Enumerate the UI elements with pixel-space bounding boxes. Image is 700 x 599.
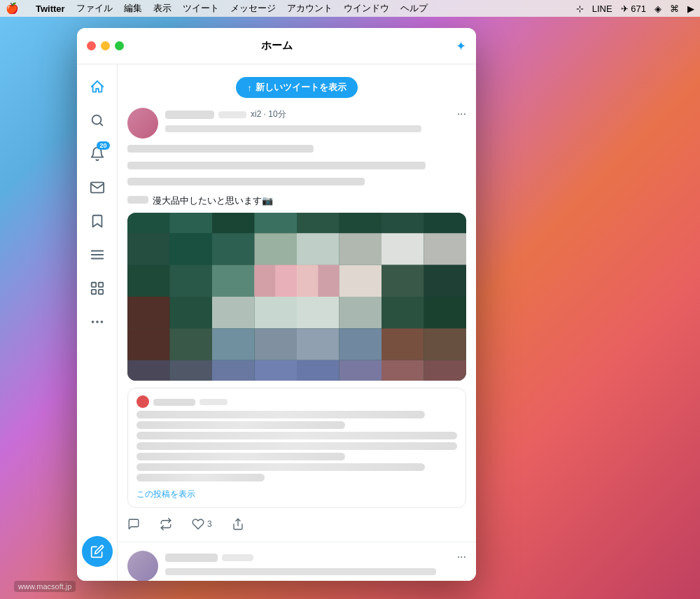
menu-window[interactable]: ウインドウ (344, 2, 389, 15)
menu-tweet[interactable]: ツイート (183, 2, 219, 15)
tray-line-icon: LINE (592, 3, 612, 14)
show-post-link[interactable]: この投稿を表示 (136, 488, 195, 500)
tweet-1-image-svg (127, 213, 466, 381)
tray-wifi-icon: ▶ (687, 3, 694, 14)
svg-point-9 (96, 320, 99, 323)
menu-messages[interactable]: メッセージ (230, 2, 276, 15)
tweet-1-image[interactable] (127, 213, 466, 381)
like-button[interactable]: 3 (192, 515, 212, 533)
svg-rect-27 (424, 233, 467, 265)
heart-icon (192, 518, 204, 530)
sidebar-item-bookmarks[interactable] (82, 206, 113, 237)
tray-icon-radar: ⊹ (576, 3, 584, 14)
svg-rect-48 (382, 297, 424, 328)
svg-rect-20 (127, 233, 170, 265)
menu-account[interactable]: アカウント (287, 2, 332, 15)
tweet-2-handle (222, 552, 253, 562)
svg-rect-31 (170, 265, 213, 297)
sidebar: 20 (77, 64, 118, 581)
svg-rect-5 (98, 283, 102, 287)
svg-rect-22 (212, 233, 255, 265)
compose-button[interactable] (82, 536, 113, 567)
menu-edit[interactable]: 編集 (124, 2, 142, 15)
svg-rect-57 (340, 328, 382, 360)
svg-rect-21 (170, 233, 213, 265)
tweet-1-quote[interactable]: この投稿を表示 (127, 388, 466, 508)
app-body: 20 (77, 64, 476, 581)
tweet-1-header: xi2 · 10分 ··· (127, 108, 466, 139)
window-title: ホーム (261, 39, 293, 52)
quote-tweet-handle (200, 396, 227, 408)
watermark: www.macsoft.jp (14, 581, 76, 592)
svg-rect-55 (255, 328, 298, 360)
tweet-1-actions: 3 (127, 515, 466, 533)
svg-rect-30 (127, 265, 170, 297)
svg-rect-67 (424, 360, 467, 381)
svg-rect-18 (382, 213, 424, 233)
tweet-1-more-button[interactable]: ··· (457, 108, 466, 120)
share-button[interactable] (232, 515, 244, 533)
menu-help[interactable]: ヘルプ (400, 2, 428, 15)
svg-rect-52 (127, 328, 170, 360)
retweet-icon (160, 518, 172, 530)
tweet-2-user-line: ··· (165, 551, 466, 563)
sidebar-item-explore[interactable] (82, 105, 113, 136)
svg-rect-44 (212, 297, 255, 328)
minimize-button[interactable] (101, 41, 110, 50)
new-tweet-button[interactable]: ↑ 新しいツイートを表示 (236, 77, 358, 98)
svg-rect-63 (255, 360, 298, 381)
quote-tweet-header (136, 395, 457, 408)
close-button[interactable] (87, 41, 96, 50)
svg-rect-37 (424, 265, 467, 297)
svg-rect-61 (170, 360, 213, 381)
svg-point-0 (92, 115, 101, 125)
svg-rect-16 (297, 213, 340, 233)
sidebar-item-home[interactable] (82, 71, 113, 102)
tweet-2-avatar[interactable] (127, 551, 158, 581)
quote-tweet-avatar (136, 395, 149, 408)
share-icon (232, 518, 244, 530)
menubar: 🍎 Twitter ファイル 編集 表示 ツイート メッセージ アカウント ウイ… (0, 0, 700, 17)
star-icon[interactable]: ✦ (456, 38, 466, 54)
tweet-1-body: 漫大品中したいと思います📷 (127, 143, 466, 207)
sidebar-item-more[interactable] (82, 306, 113, 337)
quote-tweet-username (153, 395, 195, 408)
retweet-button[interactable] (160, 515, 172, 533)
reply-button[interactable] (127, 515, 140, 533)
menu-file[interactable]: ファイル (76, 2, 113, 15)
tweet-1-handle (218, 109, 246, 119)
tweet-1-time: xi2 · 10分 (251, 108, 286, 120)
maximize-button[interactable] (115, 41, 124, 50)
svg-rect-38 (255, 265, 276, 297)
sidebar-item-messages[interactable] (82, 172, 113, 203)
compose-icon (90, 544, 104, 558)
sidebar-item-notifications[interactable]: 20 (82, 139, 113, 169)
svg-rect-13 (170, 213, 213, 233)
svg-rect-53 (170, 328, 213, 360)
svg-point-10 (100, 320, 103, 323)
svg-rect-19 (424, 213, 467, 233)
main-content[interactable]: ↑ 新しいツイートを表示 xi (118, 64, 476, 581)
sidebar-item-lists[interactable] (82, 239, 113, 270)
tweet-1-avatar[interactable] (127, 108, 158, 139)
svg-rect-29 (297, 233, 340, 265)
dots-icon (90, 314, 105, 330)
quote-tweet-body (136, 411, 457, 481)
svg-rect-65 (340, 360, 382, 381)
svg-rect-26 (382, 233, 424, 265)
apple-menu[interactable]: 🍎 (6, 2, 19, 15)
sidebar-item-communities[interactable] (82, 273, 113, 304)
tray-extra-icon: ⌘ (670, 3, 679, 14)
tweet-2: ··· (118, 542, 476, 581)
svg-rect-28 (255, 233, 298, 265)
svg-rect-41 (318, 265, 339, 297)
titlebar: ホーム ✦ (77, 28, 476, 64)
notifications-badge: 20 (97, 141, 109, 150)
svg-rect-58 (382, 328, 424, 360)
menu-view[interactable]: 表示 (153, 2, 172, 15)
tray-airplane-icon: ✈ 671 (621, 3, 646, 14)
tweet-2-more-button[interactable]: ··· (457, 551, 466, 563)
svg-rect-45 (255, 297, 298, 328)
app-name[interactable]: Twitter (36, 3, 65, 14)
svg-rect-40 (297, 265, 318, 297)
